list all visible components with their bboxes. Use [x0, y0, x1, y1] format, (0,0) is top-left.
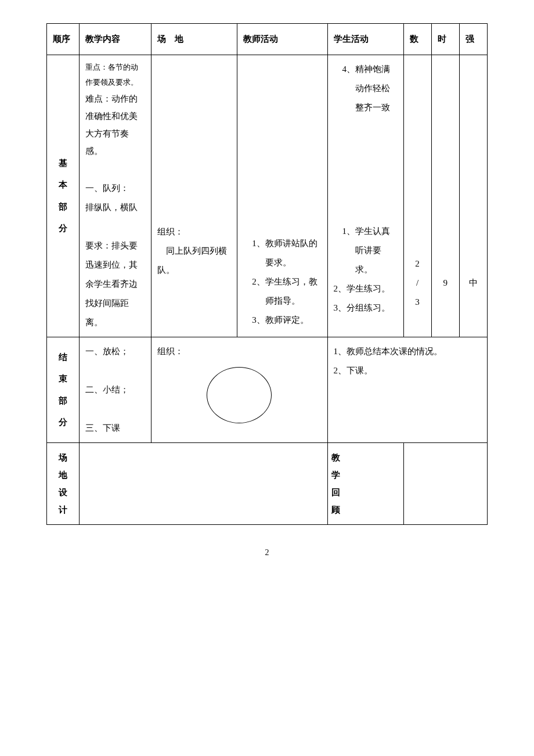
header-seq: 顺序: [47, 24, 80, 55]
intensity-value: 中: [466, 273, 481, 293]
footer-row: 场 地 设 计 教 学 回 顾: [47, 443, 488, 525]
basic-intensity-cell: 中: [459, 55, 487, 337]
student-item-1: 1、学生认真听讲要求。: [334, 222, 398, 279]
header-venue: 场 地: [151, 24, 237, 55]
label2-char-1: 教: [331, 449, 400, 466]
label2-char-4: 顾: [331, 501, 400, 519]
end-item-2: 二、小结；: [85, 380, 145, 399]
review-cell: [403, 443, 487, 525]
end-activity-cell: 1、教师总结本次课的情况。 2、下课。: [327, 337, 487, 443]
venue-formation-text: 同上队列四列横队。: [157, 242, 231, 280]
requirement-text: 要求：排头要迅速到位，其余学生看齐边找好间隔距离。: [85, 236, 145, 332]
basic-section-label: 基 本 部 分: [47, 55, 80, 337]
teacher-item-2: 2、学生练习，教师指导。: [243, 272, 321, 311]
formation-desc: 排纵队，横队: [85, 198, 145, 217]
end-activity-1: 1、教师总结本次课的情况。: [334, 342, 481, 361]
end-section-row: 结 束 部 分 一、放松； 二、小结； 三、下课 组织： 1、教师总结本次课的情…: [47, 337, 488, 443]
end-section-label: 结 束 部 分: [47, 337, 80, 443]
teacher-item-1: 1、教师讲站队的要求。: [243, 234, 321, 272]
count-value: 2/3: [410, 254, 425, 312]
label1-char-3: 设: [50, 484, 75, 501]
header-count: 数: [403, 24, 431, 55]
label1-char-1: 场: [50, 449, 75, 466]
header-row: 顺序 教学内容 场 地 教师活动 学生活动 数 时 强: [47, 24, 488, 55]
end-content-cell: 一、放松； 二、小结； 三、下课: [80, 337, 151, 443]
basic-teacher-cell: 1、教师讲站队的要求。 2、学生练习，教师指导。 3、教师评定。: [237, 55, 327, 337]
end-item-3: 三、下课: [85, 419, 145, 438]
formation-title: 一、队列：: [85, 179, 145, 198]
seq-char-3: 部: [50, 196, 75, 218]
basic-venue-cell: 组织： 同上队列四列横队。: [151, 55, 237, 337]
time-value: 9: [438, 273, 453, 293]
header-intensity: 强: [459, 24, 487, 55]
student-item-2: 2、学生练习。: [334, 279, 398, 298]
seq2-char-3: 部: [50, 390, 75, 412]
seq2-char-2: 束: [50, 368, 75, 390]
student-item-4: 4、精神饱满动作轻松整齐一致: [334, 60, 398, 117]
venue-design-label: 场 地 设 计: [47, 443, 80, 525]
review-label: 教 学 回 顾: [327, 443, 403, 525]
keypoint-text: 重点：各节的动作要领及要求。: [85, 60, 145, 90]
basic-section-row: 基 本 部 分 重点：各节的动作要领及要求。 难点：动作的准确性和优美大方有节奏…: [47, 55, 488, 337]
end-venue-cell: 组织：: [151, 337, 327, 443]
basic-student-cell: 4、精神饱满动作轻松整齐一致 1、学生认真听讲要求。 2、学生练习。 3、分组练…: [327, 55, 403, 337]
basic-time-cell: 9: [431, 55, 459, 337]
formation-ellipse-icon: [207, 367, 272, 423]
ellipse-container: [157, 361, 321, 429]
end-org-label: 组织：: [157, 342, 321, 361]
label1-char-2: 地: [50, 466, 75, 484]
page-number: 2: [46, 548, 488, 557]
seq-char-1: 基: [50, 153, 75, 175]
label2-char-2: 学: [331, 466, 400, 484]
venue-org-label: 组织：: [157, 222, 231, 242]
difficulty-text: 难点：动作的准确性和优美大方有节奏感。: [85, 90, 145, 160]
seq2-char-4: 分: [50, 412, 75, 434]
basic-count-cell: 2/3: [403, 55, 431, 337]
basic-content-cell: 重点：各节的动作要领及要求。 难点：动作的准确性和优美大方有节奏感。 一、队列：…: [80, 55, 151, 337]
seq2-char-1: 结: [50, 347, 75, 369]
seq-char-4: 分: [50, 218, 75, 240]
label1-char-4: 计: [50, 501, 75, 519]
header-time: 时: [431, 24, 459, 55]
header-content: 教学内容: [80, 24, 151, 55]
end-activity-2: 2、下课。: [334, 361, 481, 380]
student-item-3: 3、分组练习。: [334, 298, 398, 318]
lesson-plan-table: 顺序 教学内容 场 地 教师活动 学生活动 数 时 强 基 本 部 分 重点：各…: [46, 23, 488, 525]
seq-char-2: 本: [50, 174, 75, 196]
teacher-item-3: 3、教师评定。: [243, 311, 321, 330]
header-teacher: 教师活动: [237, 24, 327, 55]
label2-char-3: 回: [331, 484, 400, 501]
end-item-1: 一、放松；: [85, 342, 145, 361]
header-student: 学生活动: [327, 24, 403, 55]
venue-design-cell: [80, 443, 327, 525]
